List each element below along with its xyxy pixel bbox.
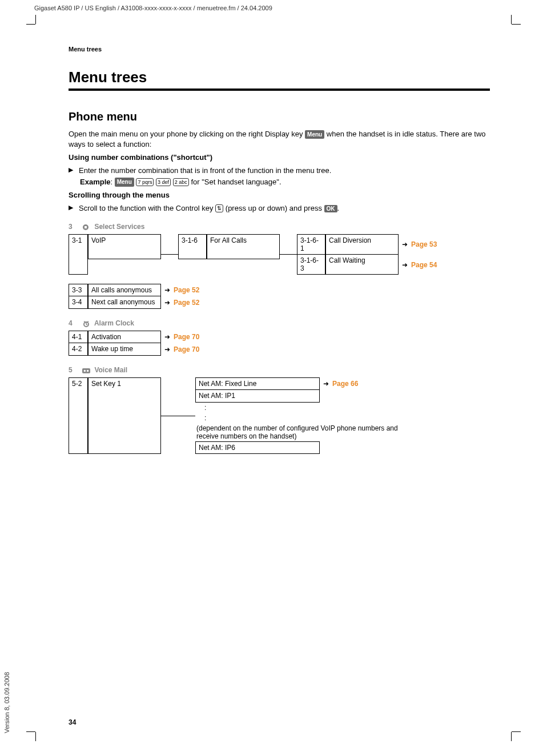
arrow-icon: ➜ [323,380,329,388]
crop-mark [512,24,521,25]
menu-label: VoIP [88,234,161,259]
voice-mail-icon [82,367,90,374]
menu-index: 3-1-6 [178,234,207,259]
page-link[interactable]: Page 54 [411,261,437,269]
tree-connector [161,416,195,416]
menu-label: Net AM: IP6 [195,441,320,454]
page-link-row: ➜ Page 52 [161,296,199,309]
svg-point-8 [87,370,89,372]
arrow-icon: ➜ [164,286,170,294]
page-link-row: ➜ Page 54 [399,255,437,275]
arrow-icon: ➜ [164,299,170,307]
menu-label: Wake up time [88,343,161,356]
menu-header: 4 Alarm Clock [69,319,490,327]
page-number: 34 [69,718,76,726]
scroll-part2: (press up or down) and press [223,204,324,212]
menu-row-5-2: 5-2 Set Key 1 Net AM: Fixed Line ➜ Page … [69,377,490,454]
menu-label: All calls anonymous [88,284,161,296]
page-link-row: ➜ Page 53 [399,234,437,255]
bullet-text: Scroll to the function with the Control … [79,204,490,213]
ok-key-badge: OK [324,205,337,212]
menu-row-4-1: 4-1 Activation ➜ Page 70 [69,331,490,343]
bullet-item: ▶ Scroll to the function with the Contro… [69,204,490,213]
bullet-text: Enter the number combination that is in … [79,166,490,175]
page-content: Menu trees Menu trees Phone menu Open th… [69,46,490,454]
menu-label: Net AM: IP1 [195,390,320,403]
page-link[interactable]: Page 70 [174,333,199,341]
version-text: Version 8, 03.09.2008 [3,672,10,733]
menu-section-3: 3 Select Services 3-1 VoIP 3-1-6 For All… [69,223,490,309]
menu-index: 3-1 [69,234,88,275]
menu-number: 5 [69,366,73,374]
crop-mark [511,15,512,24]
menu-title: Alarm Clock [94,319,134,327]
main-heading: Menu trees [69,69,490,91]
menu-label: Set Key 1 [88,377,161,454]
menu-key-badge: Menu [115,178,134,187]
page-link-row: ➜ Page 66 [320,377,358,390]
alarm-clock-icon [82,320,90,327]
crop-mark [26,731,35,732]
svg-point-7 [84,370,86,372]
page-link[interactable]: Page 70 [174,345,199,353]
arrow-icon: ➜ [164,345,170,353]
svg-line-4 [84,321,85,322]
arrow-icon: ➜ [164,333,170,341]
intro-part1: Open the main menu on your phone by clic… [69,130,305,138]
example-line: Example: Menu 7 pqrs 3 def 2 abc for "Se… [80,177,490,187]
menu-title: Select Services [94,223,144,231]
svg-line-5 [87,321,89,322]
ellipsis: : [196,414,378,422]
menu-label: Activation [88,331,161,343]
crop-mark [26,24,35,25]
menu-row-3-1: 3-1 VoIP 3-1-6 For All Calls 3-1-6-1 Cal… [69,234,490,275]
menu-number: 4 [69,319,73,327]
select-services-icon [82,224,90,231]
section-label: Menu trees [69,46,490,53]
menu-title: Voice Mail [94,366,127,374]
menu-label: Next call anonymous [88,296,161,309]
page-link[interactable]: Page 52 [174,286,199,294]
crop-mark [35,15,36,24]
dependent-note: (dependent on the number of configured V… [196,424,413,440]
menu-index: 3-4 [69,296,88,309]
menu-row-4-2: 4-2 Wake up time ➜ Page 70 [69,343,490,356]
scroll-part1: Scroll to the function with the Control … [79,204,215,212]
tree-connector [280,254,297,255]
arrow-icon: ➜ [402,240,408,248]
menu-key-badge: Menu [305,130,324,139]
page-link[interactable]: Page 53 [411,240,437,248]
menu-index: 3-1-6-1 [297,234,325,255]
example-tail: for "Set handset language". [191,178,281,186]
sub-heading: Phone menu [69,110,490,123]
arrow-icon: ➜ [402,261,408,269]
page-link-row: ➜ Page 70 [161,343,199,356]
page-link[interactable]: Page 66 [332,380,358,388]
bullet-marker: ▶ [69,166,73,175]
menu-row-3-3: 3-3 All calls anonymous ➜ Page 52 [69,284,490,296]
scroll-heading: Scrolling through the menus [69,190,490,200]
bullet-item: ▶ Enter the number combination that is i… [69,166,490,175]
svg-line-3 [86,324,87,325]
page-link[interactable]: Page 52 [174,299,199,307]
menu-header: 3 Select Services [69,223,490,231]
menu-section-4: 4 Alarm Clock 4-1 Activation ➜ Page 70 4… [69,319,490,356]
menu-index: 3-3 [69,284,88,296]
menu-index: 4-1 [69,331,88,343]
menu-header: 5 Voice Mail [69,366,490,374]
page-link-row: ➜ Page 52 [161,284,199,296]
menu-label: Net AM: Fixed Line [195,377,320,390]
menu-label: Call Diversion [325,234,399,255]
page-link-row: ➜ Page 70 [161,331,199,343]
ellipsis: : [196,404,378,412]
menu-number: 3 [69,223,73,231]
control-key-icon: ⇅ [215,204,223,212]
bullet-marker: ▶ [69,204,73,213]
menu-row-3-4: 3-4 Next call anonymous ➜ Page 52 [69,296,490,309]
key-7: 7 pqrs [136,178,154,186]
key-3: 3 def [156,178,171,186]
menu-section-5: 5 Voice Mail 5-2 Set Key 1 Net AM: Fixed… [69,366,490,454]
doc-header: Gigaset A580 IP / US English / A31008-xx… [34,5,513,11]
scroll-part3: . [337,204,340,212]
menu-index: 5-2 [69,377,88,454]
